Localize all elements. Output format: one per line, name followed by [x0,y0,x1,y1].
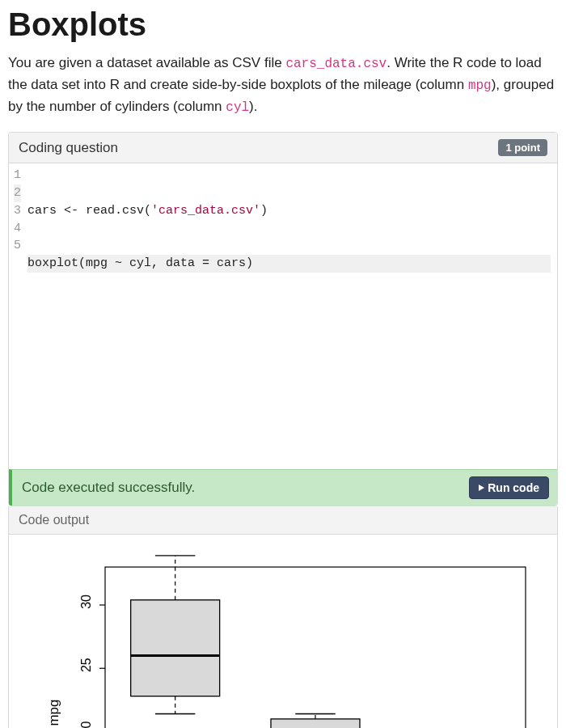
intro-text-1: You are given a dataset available as CSV… [8,55,285,70]
code-col-mpg: mpg [468,78,492,93]
code-line-4[interactable] [27,361,551,379]
status-text: Code executed successfully. [22,480,195,496]
run-code-label: Run code [488,481,539,494]
points-badge: 1 point [498,139,547,156]
play-icon [479,485,484,491]
code-panel-title: Coding question [19,140,118,156]
plot-container: 1015202530mpg468cyl [9,535,557,728]
code-line-3[interactable] [27,307,551,325]
svg-text:30: 30 [79,595,93,609]
intro-text-4: ). [249,99,257,114]
code-line-2[interactable]: boxplot(mpg ~ cyl, data = cars) [27,255,551,273]
svg-text:20: 20 [79,722,93,728]
code-lines[interactable]: cars <- read.csv('cars_data.csv') boxplo… [27,163,557,469]
code-filename: cars_data.csv [285,57,386,71]
code-line-5[interactable] [27,413,551,431]
svg-text:mpg: mpg [46,700,61,726]
boxplot: 1015202530mpg468cyl [24,543,542,728]
code-panel: Coding question 1 point 1 2 3 4 5 cars <… [8,132,558,506]
svg-rect-24 [271,719,360,728]
intro-paragraph: You are given a dataset available as CSV… [8,53,558,117]
code-gutter: 1 2 3 4 5 [9,163,27,469]
svg-text:25: 25 [79,658,93,672]
output-panel: Code output 1015202530mpg468cyl [8,506,558,728]
code-editor[interactable]: 1 2 3 4 5 cars <- read.csv('cars_data.cs… [9,163,557,469]
code-col-cyl: cyl [226,100,249,115]
code-line-1[interactable]: cars <- read.csv('cars_data.csv') [27,202,551,220]
output-header: Code output [9,506,557,535]
svg-rect-16 [131,600,220,696]
code-panel-header: Coding question 1 point [9,133,557,163]
page-title: Boxplots [8,6,558,43]
run-code-button[interactable]: Run code [469,476,549,499]
status-bar: Code executed successfully. Run code [9,469,557,506]
